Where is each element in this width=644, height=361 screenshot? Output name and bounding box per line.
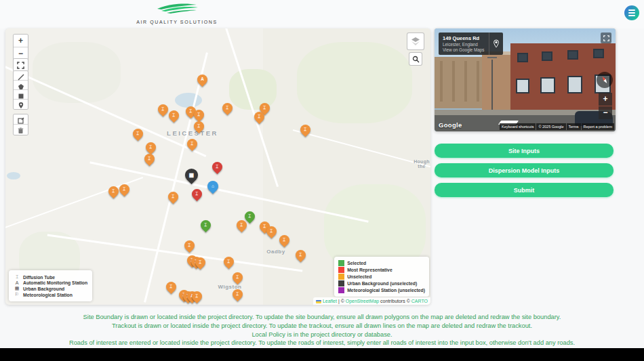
legend-row: ⚐Meteorological Station bbox=[14, 292, 87, 297]
streetview-compass[interactable] bbox=[597, 72, 613, 88]
tube-icon: ⌶ bbox=[194, 110, 204, 120]
streetview-building-center bbox=[482, 51, 513, 110]
city-label: Oadby bbox=[266, 249, 285, 255]
map-marker-tube[interactable]: ⌶ bbox=[189, 289, 203, 303]
note-line: Site Boundary is drawn or located inside… bbox=[0, 313, 644, 322]
draw-polygon-button[interactable] bbox=[14, 81, 28, 90]
openstreetmap-link[interactable]: OpenStreetMap bbox=[346, 299, 379, 303]
draw-marker-button[interactable] bbox=[14, 100, 28, 109]
tube-icon: ⌶ bbox=[195, 257, 205, 268]
map-search-control[interactable] bbox=[409, 52, 422, 66]
map-marker-house[interactable]: ⌂ bbox=[205, 179, 221, 194]
map-marker-tube[interactable]: ⌶ bbox=[155, 102, 169, 116]
met-icon: ⚐ bbox=[14, 292, 20, 297]
map-zoom-control: + − bbox=[13, 34, 28, 61]
street-view-panel[interactable]: 149 Queens Rd Leicester, England View on… bbox=[435, 28, 616, 131]
map-marker-tube[interactable]: ⌶ bbox=[191, 119, 205, 133]
tube-icon: ⌶ bbox=[133, 129, 143, 139]
map-marker-tube[interactable]: ⌶ bbox=[221, 255, 235, 269]
streetview-attribution: Keyboard shortcuts© 2025 GoogleTermsRepo… bbox=[500, 123, 614, 130]
map-marker-tube[interactable]: ⌶ bbox=[163, 280, 178, 294]
map-marker-tube[interactable]: ⌶ bbox=[264, 224, 278, 238]
tube-icon: ⌶ bbox=[266, 226, 277, 236]
map-marker-auto[interactable]: A bbox=[195, 72, 209, 87]
fullscreen-control bbox=[13, 58, 28, 72]
submit-button[interactable]: Submit bbox=[435, 183, 613, 197]
hamburger-menu-button[interactable] bbox=[624, 5, 639, 20]
keyboard-shortcuts[interactable]: Keyboard shortcuts bbox=[500, 123, 536, 130]
status-notes: Site Boundary is drawn or located inside… bbox=[0, 313, 644, 347]
fullscreen-icon bbox=[17, 62, 24, 69]
legend-label: Meteorological Station (unselected) bbox=[347, 288, 425, 293]
edit-layers-button[interactable] bbox=[14, 114, 28, 125]
note-line: Trackout is drawn or located inside the … bbox=[0, 322, 644, 331]
map-marker-tube[interactable]: ⌶ bbox=[230, 270, 244, 284]
map-marker-tube[interactable]: ⌶ bbox=[182, 238, 196, 253]
map-marker-tube[interactable]: ⌶ bbox=[166, 108, 180, 123]
map-marker-tube[interactable]: ⌶ bbox=[230, 287, 244, 301]
map-marker-tube[interactable]: ⌶ bbox=[117, 182, 131, 196]
tube-icon: ⌶ bbox=[279, 235, 289, 245]
-2025-google[interactable]: © 2025 Google bbox=[536, 123, 565, 130]
location-pin-icon bbox=[493, 39, 500, 48]
streetview-zoom-out-button[interactable]: − bbox=[599, 106, 612, 119]
fullscreen-button[interactable] bbox=[14, 59, 28, 71]
delete-layers-button[interactable] bbox=[14, 125, 28, 135]
tube-icon: ⌶ bbox=[14, 274, 20, 280]
map-marker-tube[interactable]: ⌶ bbox=[193, 255, 207, 270]
tube-icon: ⌶ bbox=[158, 104, 168, 114]
carto-link[interactable]: CARTO bbox=[411, 299, 428, 303]
map-marker-bldg[interactable]: ▦ bbox=[182, 166, 201, 184]
dispersion-model-inputs-button[interactable]: Dispersion Model Inputs bbox=[435, 163, 613, 177]
map-marker-tube[interactable]: ⌶ bbox=[191, 108, 205, 122]
draw-polyline-button[interactable] bbox=[14, 71, 28, 81]
map-marker-tube[interactable]: ⌶ bbox=[142, 152, 156, 166]
tube-icon: ⌶ bbox=[169, 110, 179, 121]
zoom-in-button[interactable]: + bbox=[14, 35, 28, 47]
map-green-patch bbox=[297, 42, 412, 123]
note-line: Roads of interest are entered or located… bbox=[0, 339, 644, 347]
map-marker-tube[interactable]: ⌶ bbox=[143, 140, 157, 154]
layers-control[interactable] bbox=[407, 33, 424, 50]
report-a-problem[interactable]: Report a problem bbox=[582, 123, 615, 130]
map-marker-tube[interactable]: ⌶ bbox=[165, 190, 180, 204]
map-attribution: Leaflet | © OpenStreetMap contributors ©… bbox=[313, 297, 430, 305]
tube-icon: ⌶ bbox=[254, 112, 264, 122]
open-in-maps-button[interactable] bbox=[489, 33, 503, 55]
tube-icon: ⌶ bbox=[212, 162, 222, 172]
city-label: Hough the bbox=[414, 159, 430, 169]
legend-row: Urban Background (unselected) bbox=[338, 280, 425, 286]
map-marker-tube[interactable]: ⌶ bbox=[198, 218, 212, 232]
map-canvas[interactable]: LEICESTEROadbyWigstonHough the A⌶⌶⌶⌶⌶⌶⌶⌶… bbox=[5, 28, 430, 305]
map-marker-tube[interactable]: ⌶ bbox=[106, 184, 120, 198]
map-marker-tube[interactable]: ⌶ bbox=[220, 101, 234, 115]
map-marker-tube[interactable]: ⌶ bbox=[251, 110, 266, 124]
site-inputs-button[interactable]: Site Inputs bbox=[435, 144, 613, 158]
leaflet-link[interactable]: Leaflet bbox=[323, 299, 337, 303]
auto-icon: A bbox=[14, 280, 20, 285]
map-marker-tube[interactable]: ⌶ bbox=[293, 248, 307, 262]
city-label: LEICESTER bbox=[167, 129, 218, 137]
tube-icon: ⌶ bbox=[222, 103, 233, 113]
legend-row: Selected bbox=[338, 260, 425, 266]
app-root: AIR QUALITY SOLUTIONS LEICESTEROadbyWigs… bbox=[0, 0, 644, 361]
legend-label: Urban Background bbox=[23, 286, 64, 291]
streetview-zoom-in-button[interactable]: + bbox=[599, 93, 612, 106]
draw-rectangle-button[interactable] bbox=[14, 90, 28, 100]
map-marker-tube[interactable]: ⌶ bbox=[184, 137, 199, 151]
legend-label: Urban Background (unselected) bbox=[347, 281, 417, 286]
map-marker-tube[interactable]: ⌶ bbox=[130, 127, 144, 141]
color-swatch bbox=[338, 280, 344, 286]
map-marker-tube[interactable]: ⌶ bbox=[189, 187, 203, 201]
map-marker-tube[interactable]: ⌶ bbox=[234, 218, 248, 232]
footer-bar bbox=[0, 348, 644, 361]
terms[interactable]: Terms bbox=[567, 123, 581, 130]
tube-icon: ⌶ bbox=[146, 142, 156, 152]
map-marker-tube[interactable]: ⌶ bbox=[298, 123, 312, 137]
streetview-fullscreen-button[interactable] bbox=[601, 33, 611, 43]
polygon-icon bbox=[18, 83, 24, 90]
legend-label: Meteorological Station bbox=[23, 293, 73, 297]
map-marker-tube[interactable]: ⌶ bbox=[277, 233, 291, 247]
view-on-google-maps-link[interactable]: View on Google Maps bbox=[443, 47, 485, 52]
map-marker-tube[interactable]: ⌶ bbox=[209, 160, 224, 174]
